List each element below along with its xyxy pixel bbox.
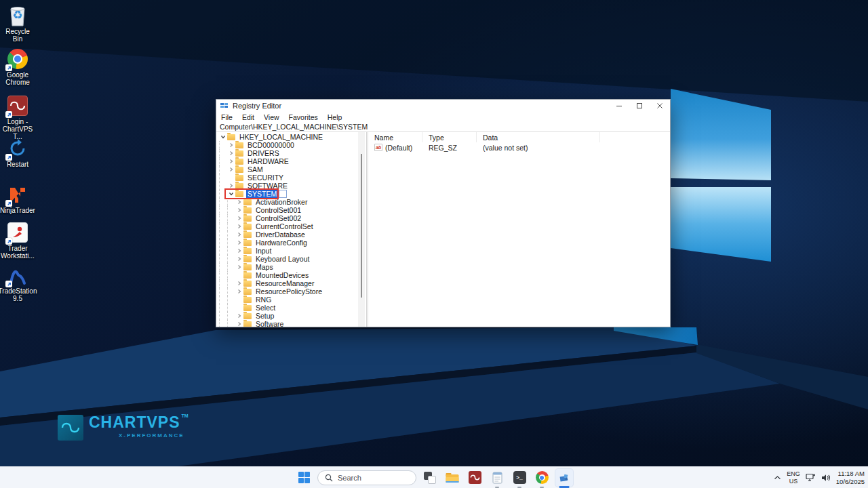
tree-item[interactable]: Keyboard Layout: [216, 255, 366, 263]
tree-item[interactable]: SAM: [216, 165, 366, 174]
menu-edit[interactable]: Edit: [237, 113, 259, 121]
chevron-right-icon[interactable]: [235, 247, 243, 255]
clock[interactable]: 11:18 AM 10/6/2025: [836, 470, 865, 485]
desktop-icon-ninjatrader[interactable]: NinjaTrader: [0, 183, 35, 215]
tree-item[interactable]: SECURITY: [216, 174, 366, 182]
chevron-right-icon[interactable]: [227, 157, 235, 165]
tree-item[interactable]: RNG: [216, 296, 366, 304]
tree-item[interactable]: HKEY_LOCAL_MACHINE: [216, 133, 366, 141]
column-header-data[interactable]: Data: [477, 132, 600, 142]
volume-icon[interactable]: [821, 474, 831, 482]
menu-file[interactable]: File: [216, 113, 237, 121]
maximize-button[interactable]: [629, 100, 650, 112]
chevron-right-icon[interactable]: [235, 255, 243, 263]
column-header-type[interactable]: Type: [422, 132, 477, 142]
desktop-icon-trader-workstation[interactable]: TraderWorkstati...: [0, 221, 35, 260]
desktop-icon-recycle-bin[interactable]: ♻ Recycle Bin: [0, 4, 35, 43]
chevron-right-icon[interactable]: [235, 312, 243, 320]
folder-icon: [243, 297, 252, 303]
search-input[interactable]: Search: [317, 470, 416, 485]
tree-item[interactable]: HardwareConfig: [216, 239, 366, 247]
search-icon: [325, 474, 333, 482]
tree-item[interactable]: DriverDatabase: [216, 230, 366, 239]
desktop-icon-restart[interactable]: Restart: [0, 137, 35, 169]
terminal-button[interactable]: >_: [511, 469, 528, 487]
tree-scrollbar-thumb[interactable]: [361, 154, 362, 298]
tree-item-label: BCD00000000: [246, 141, 296, 149]
tree-item[interactable]: SOFTWARE: [216, 182, 366, 190]
tree-item-label: Maps: [254, 263, 275, 271]
chevron-right-icon[interactable]: [235, 279, 243, 287]
chevron-right-icon[interactable]: [235, 206, 243, 214]
shortcut-arrow-icon: [5, 281, 12, 287]
menu-view[interactable]: View: [259, 113, 284, 121]
registry-editor-taskbar-button[interactable]: [555, 469, 573, 487]
tree-item[interactable]: ResourceManager: [216, 279, 366, 287]
minimize-button[interactable]: [609, 100, 629, 112]
tree-item[interactable]: MountedDevices: [216, 271, 366, 279]
desktop-icon-login-chartvps[interactable]: Login -ChartVPS T...: [0, 94, 35, 140]
file-explorer-button[interactable]: [443, 469, 461, 487]
chartvps-app-button[interactable]: [466, 469, 484, 487]
tradestation-icon: [6, 264, 29, 287]
folder-icon: [243, 272, 252, 279]
chevron-right-icon[interactable]: [235, 230, 243, 239]
tree-item[interactable]: BCD00000000: [216, 141, 366, 149]
tree-item[interactable]: Select: [216, 304, 366, 312]
tree-item[interactable]: ActivationBroker: [216, 198, 366, 206]
tree-indent-guide: [219, 271, 227, 279]
chevron-right-icon[interactable]: [235, 320, 243, 327]
notepad-button[interactable]: [488, 469, 506, 487]
tree-indent-guide: [219, 222, 227, 230]
chevron-right-icon[interactable]: [235, 263, 243, 271]
column-header-name[interactable]: Name: [368, 132, 422, 142]
folder-icon: [243, 199, 252, 205]
tree-item[interactable]: Input: [216, 247, 366, 255]
tree-item[interactable]: Software: [216, 320, 366, 327]
chevron-right-icon[interactable]: [235, 222, 243, 230]
menu-favorites[interactable]: Favorites: [284, 113, 323, 121]
chevron-right-icon[interactable]: [235, 214, 243, 222]
tree-item[interactable]: Maps: [216, 263, 366, 271]
chevron-right-icon[interactable]: [227, 182, 235, 190]
chevron-down-icon[interactable]: [227, 190, 235, 198]
tree-item[interactable]: ControlSet001: [216, 206, 366, 214]
address-bar[interactable]: Computer\HKEY_LOCAL_MACHINE\SYSTEM: [216, 122, 670, 132]
tray-chevron-up-icon[interactable]: [774, 475, 781, 481]
desktop-icon-tradestation[interactable]: TradeStation9.5: [0, 264, 35, 303]
start-button[interactable]: [295, 469, 313, 487]
menu-bar: File Edit View Favorites Help: [216, 112, 670, 122]
tree-item[interactable]: HARDWARE: [216, 157, 366, 165]
close-button[interactable]: [650, 100, 670, 112]
registry-path: Computer\HKEY_LOCAL_MACHINE\SYSTEM: [220, 123, 368, 131]
desktop-icon-label: GoogleChrome: [5, 72, 30, 87]
tree-item[interactable]: DRIVERS: [216, 149, 366, 157]
expander-spacer: [235, 296, 243, 304]
shortcut-arrow-icon: [5, 200, 12, 207]
tree-item-label: Select: [254, 304, 277, 312]
title-bar[interactable]: Registry Editor: [216, 100, 670, 112]
task-view-button[interactable]: [421, 469, 439, 487]
tree-item[interactable]: ResourcePolicyStore: [216, 287, 366, 296]
rename-edit-box[interactable]: [279, 190, 287, 198]
value-row[interactable]: ab (Default) REG_SZ (value not set): [368, 142, 670, 152]
chevron-right-icon[interactable]: [235, 239, 243, 247]
chevron-right-icon[interactable]: [227, 165, 235, 174]
tree-item[interactable]: ControlSet002: [216, 214, 366, 222]
desktop-icon-google-chrome[interactable]: GoogleChrome: [0, 47, 35, 87]
chevron-right-icon[interactable]: [227, 149, 235, 157]
folder-icon: [243, 224, 252, 230]
tree-indent-guide: [227, 287, 235, 296]
tree-indent-guide: [219, 239, 227, 247]
chrome-button[interactable]: [533, 469, 551, 487]
tree-item[interactable]: Setup: [216, 312, 366, 320]
chevron-right-icon[interactable]: [235, 198, 243, 206]
menu-help[interactable]: Help: [323, 113, 347, 121]
chevron-right-icon[interactable]: [235, 287, 243, 296]
tree-item[interactable]: SYSTEM: [216, 190, 366, 198]
chevron-down-icon[interactable]: [219, 133, 226, 141]
tree-item[interactable]: CurrentControlSet: [216, 222, 366, 230]
chevron-right-icon[interactable]: [227, 141, 235, 149]
network-icon[interactable]: [806, 473, 816, 482]
language-indicator[interactable]: ENGUS: [787, 470, 800, 485]
